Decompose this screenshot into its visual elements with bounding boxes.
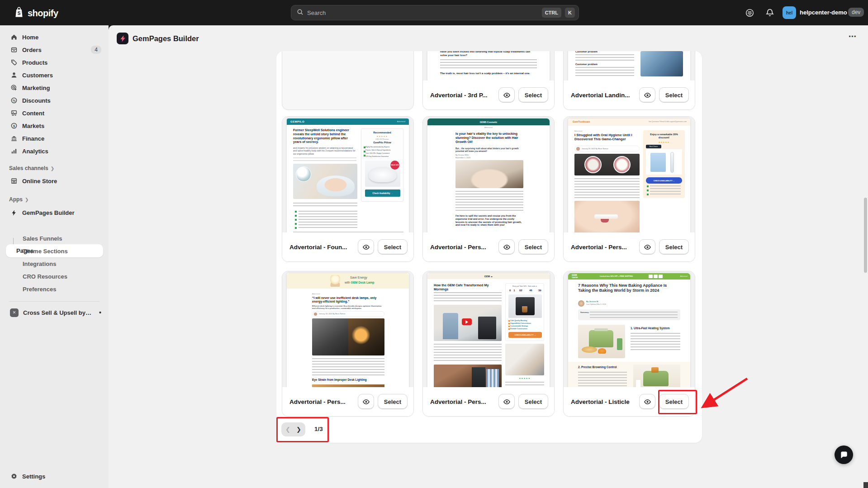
- template-gallery-panel: Have you been tricked into believing tha…: [276, 51, 702, 443]
- template-thumbnail[interactable]: GEMS Cosmetic Advertorial Is your hair's…: [423, 117, 554, 233]
- thumb-header: GEMS Cosmetic: [427, 118, 550, 125]
- template-thumbnail[interactable]: Have you been tricked into believing tha…: [423, 51, 554, 81]
- preview-button[interactable]: [358, 394, 374, 409]
- shortcut-k-key: K: [565, 8, 575, 18]
- preview-button[interactable]: [498, 239, 515, 255]
- sidebar-item-gempages[interactable]: GemPages Builder: [4, 206, 105, 219]
- template-thumbnail[interactable]: GEM ☕ How the GEM Cafe Transformed My Mo…: [423, 271, 554, 388]
- select-button[interactable]: Select: [518, 87, 548, 103]
- sidebar-item-settings[interactable]: Settings: [4, 470, 105, 483]
- template-thumbnail[interactable]: Save Energy with GEM Desk Lamp Advertori…: [282, 271, 413, 388]
- template-card: GEM ☕ How the GEM Cafe Transformed My Mo…: [422, 271, 555, 417]
- preview-button[interactable]: [639, 394, 655, 409]
- preview-button[interactable]: [498, 87, 515, 103]
- sidebar-item-cro-resources[interactable]: CRO Resources: [16, 270, 105, 283]
- notifications-bell-button[interactable]: [763, 5, 777, 20]
- pagination-prev-button[interactable]: ❮: [285, 426, 290, 433]
- orders-count-badge: 4: [91, 46, 101, 54]
- scrollbar-corner: [863, 482, 868, 488]
- sidebar-item-integrations[interactable]: Integrations: [16, 257, 105, 270]
- sidebar-item-cross-sell[interactable]: ✕ Cross Sell & Upsell by… •: [4, 306, 105, 319]
- sidebar-item-marketing[interactable]: Marketing: [4, 81, 105, 94]
- card-footer: Advertorial - Pers... Select: [282, 387, 413, 416]
- sidebar-item-content[interactable]: Content: [4, 107, 105, 119]
- select-button[interactable]: Select: [659, 87, 689, 103]
- more-actions-button[interactable]: ⋯: [849, 32, 857, 41]
- thumb-image: [455, 160, 523, 188]
- card-footer: Advertorial Landin... Select: [564, 81, 695, 109]
- apps-section[interactable]: Apps ❯: [9, 196, 28, 203]
- pagination-next-button[interactable]: ❯: [296, 426, 301, 433]
- template-thumbnail[interactable]: GEMTOASTER Limited time 50% OFF + FREE S…: [564, 271, 695, 388]
- store-name[interactable]: helpcenter-demo: [800, 9, 847, 16]
- search-icon: [297, 9, 304, 17]
- sidebar-nav: Home Orders 4 Products Customers Marketi…: [0, 25, 109, 488]
- thumb-summary-box: Summary:: [578, 309, 680, 320]
- cross-sell-app-icon: ✕: [10, 308, 19, 317]
- card-footer: Advertorial - Pers... Select: [423, 232, 554, 261]
- preview-button[interactable]: [639, 87, 655, 103]
- sales-channels-section[interactable]: Sales channels ❯: [9, 165, 54, 171]
- preview-button[interactable]: [498, 394, 515, 409]
- thumb-header: GemToothcare Got Questions? Email Us At …: [568, 118, 690, 126]
- sidebar-item-sales-funnels[interactable]: Sales Funnels: [16, 232, 105, 245]
- select-button[interactable]: Select: [518, 394, 548, 409]
- sidebar-item-theme-sections[interactable]: Theme Sections: [16, 245, 105, 257]
- thumb-image-woman: [505, 344, 544, 375]
- content-icon: [10, 109, 18, 117]
- chevron-right-icon: ❯: [51, 166, 54, 171]
- sidebar-item-online-store[interactable]: Online Store: [4, 175, 105, 187]
- chevron-right-icon: ❯: [25, 197, 28, 202]
- sidebar-item-orders[interactable]: Orders 4: [4, 43, 105, 56]
- shopify-bag-icon: S: [14, 6, 24, 20]
- gempages-app-icon: [117, 33, 128, 44]
- sidebar-item-finance[interactable]: Finance: [4, 132, 105, 145]
- sidebar-item-analytics[interactable]: Analytics: [4, 145, 105, 157]
- template-name: Advertorial - Pers...: [430, 398, 495, 405]
- search-input[interactable]: Search CTRL K: [291, 5, 579, 20]
- sidebar-item-home[interactable]: Home: [4, 31, 105, 43]
- template-thumbnail[interactable]: GemToothcare Got Questions? Email Us At …: [564, 117, 695, 233]
- template-name: Advertorial - 3rd P...: [430, 92, 495, 99]
- select-button[interactable]: Select: [659, 239, 689, 255]
- template-thumbnail[interactable]: Customer problem Customer problem: [564, 51, 695, 81]
- customers-icon: [10, 71, 18, 79]
- template-card-blank[interactable]: [282, 51, 414, 110]
- card-footer: Advertorial - 3rd P... Select: [423, 81, 554, 109]
- template-name: Advertorial Landin...: [571, 92, 636, 99]
- sidebar-item-products[interactable]: Products: [4, 56, 105, 69]
- sidebar-item-customers[interactable]: Customers: [4, 69, 105, 81]
- marketing-target-icon: [10, 84, 18, 92]
- preview-button[interactable]: [639, 239, 655, 255]
- store-avatar[interactable]: hel: [783, 6, 796, 19]
- thumb-section2: 2. Precise Browning Control: [568, 362, 690, 388]
- thumb-image-toaster2: [633, 365, 680, 388]
- sidekick-button[interactable]: [742, 5, 757, 20]
- svg-text:$: $: [13, 124, 15, 128]
- select-button[interactable]: Select: [378, 394, 408, 409]
- sidebar-item-preferences[interactable]: Preferences: [16, 283, 105, 295]
- thumb-image: [293, 164, 357, 199]
- thumb-image-right: [348, 318, 384, 355]
- settings-gear-icon: [10, 473, 18, 480]
- sidebar-item-discounts[interactable]: % Discounts: [4, 94, 105, 107]
- select-button[interactable]: Select: [518, 239, 548, 255]
- preview-button[interactable]: [358, 239, 374, 255]
- sidebar-item-markets[interactable]: $ Markets: [4, 119, 105, 132]
- template-name: Advertorial - Pers...: [571, 244, 636, 251]
- scrollbar-thumb[interactable]: [864, 198, 867, 273]
- thumb-image-before-after: [574, 154, 640, 175]
- template-name: Advertorial - Listicle: [571, 398, 636, 405]
- finance-bank-icon: [10, 135, 18, 142]
- thumb-cta-button: Check Availability →: [365, 190, 400, 197]
- thumb-offer-box: Hurry up! Sale 50% . Sale ends in 01 02 …: [505, 283, 544, 341]
- notification-dot: •: [99, 309, 101, 316]
- thumb-bulb-illustration: [330, 275, 340, 287]
- analytics-bars-icon: [10, 147, 18, 155]
- select-button-listicle[interactable]: Select: [659, 394, 689, 409]
- shopify-logo[interactable]: S shopify: [14, 6, 58, 20]
- select-button[interactable]: Select: [378, 239, 408, 255]
- chat-launcher-button[interactable]: [835, 445, 853, 464]
- template-name: Advertorial - Foun...: [289, 244, 354, 251]
- template-thumbnail[interactable]: GEMPILO Advertorial Former SleepWell Sol…: [282, 117, 413, 233]
